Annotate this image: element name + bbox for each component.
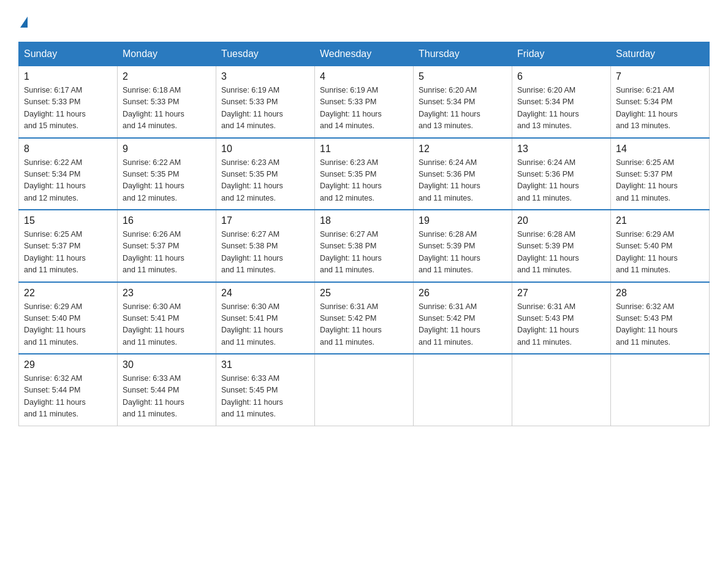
day-number: 24 (221, 288, 309, 299)
calendar-header-sunday: Sunday (19, 42, 118, 66)
day-info: Sunrise: 6:32 AMSunset: 5:44 PMDaylight:… (24, 374, 86, 418)
day-info: Sunrise: 6:23 AMSunset: 5:35 PMDaylight:… (320, 158, 382, 202)
day-number: 22 (24, 288, 112, 299)
calendar-cell: 29 Sunrise: 6:32 AMSunset: 5:44 PMDaylig… (19, 354, 118, 426)
calendar-cell: 27 Sunrise: 6:31 AMSunset: 5:43 PMDaylig… (512, 282, 611, 354)
day-info: Sunrise: 6:18 AMSunset: 5:33 PMDaylight:… (123, 86, 184, 130)
calendar-cell: 3 Sunrise: 6:19 AMSunset: 5:33 PMDayligh… (216, 66, 315, 138)
day-info: Sunrise: 6:22 AMSunset: 5:35 PMDaylight:… (123, 158, 184, 202)
calendar-cell: 7 Sunrise: 6:21 AMSunset: 5:34 PMDayligh… (611, 66, 710, 138)
day-number: 17 (221, 215, 309, 226)
calendar-cell: 31 Sunrise: 6:33 AMSunset: 5:45 PMDaylig… (216, 354, 315, 426)
calendar-cell: 26 Sunrise: 6:31 AMSunset: 5:42 PMDaylig… (414, 282, 512, 354)
day-info: Sunrise: 6:24 AMSunset: 5:36 PMDaylight:… (517, 158, 579, 202)
day-info: Sunrise: 6:27 AMSunset: 5:38 PMDaylight:… (221, 230, 283, 274)
day-info: Sunrise: 6:30 AMSunset: 5:41 PMDaylight:… (221, 302, 283, 347)
calendar-cell: 8 Sunrise: 6:22 AMSunset: 5:34 PMDayligh… (19, 138, 118, 210)
calendar-cell: 12 Sunrise: 6:24 AMSunset: 5:36 PMDaylig… (414, 138, 512, 210)
calendar-cell: 15 Sunrise: 6:25 AMSunset: 5:37 PMDaylig… (19, 210, 118, 282)
day-number: 4 (320, 71, 408, 82)
day-info: Sunrise: 6:20 AMSunset: 5:34 PMDaylight:… (419, 86, 480, 130)
day-number: 5 (419, 71, 507, 82)
calendar-cell: 4 Sunrise: 6:19 AMSunset: 5:33 PMDayligh… (315, 66, 414, 138)
day-number: 29 (24, 359, 112, 370)
day-info: Sunrise: 6:21 AMSunset: 5:34 PMDaylight:… (616, 86, 678, 130)
day-number: 11 (320, 144, 408, 155)
day-number: 25 (320, 288, 408, 299)
day-number: 28 (616, 288, 704, 299)
calendar-cell: 13 Sunrise: 6:24 AMSunset: 5:36 PMDaylig… (512, 138, 611, 210)
day-number: 16 (123, 215, 211, 226)
day-info: Sunrise: 6:28 AMSunset: 5:39 PMDaylight:… (419, 230, 480, 274)
day-info: Sunrise: 6:33 AMSunset: 5:45 PMDaylight:… (221, 374, 283, 418)
day-number: 9 (123, 144, 211, 155)
calendar-header-friday: Friday (512, 42, 611, 66)
calendar-cell: 2 Sunrise: 6:18 AMSunset: 5:33 PMDayligh… (118, 66, 216, 138)
calendar-header-wednesday: Wednesday (315, 42, 414, 66)
calendar-cell: 14 Sunrise: 6:25 AMSunset: 5:37 PMDaylig… (611, 138, 710, 210)
day-number: 26 (419, 288, 507, 299)
day-number: 27 (517, 288, 605, 299)
day-number: 13 (517, 144, 605, 155)
day-info: Sunrise: 6:31 AMSunset: 5:43 PMDaylight:… (517, 302, 579, 347)
calendar-cell: 5 Sunrise: 6:20 AMSunset: 5:34 PMDayligh… (414, 66, 512, 138)
calendar-header-monday: Monday (118, 42, 216, 66)
day-info: Sunrise: 6:27 AMSunset: 5:38 PMDaylight:… (320, 230, 382, 274)
calendar-table: SundayMondayTuesdayWednesdayThursdayFrid… (18, 42, 710, 426)
day-number: 8 (24, 144, 112, 155)
day-number: 15 (24, 215, 112, 226)
calendar-cell (414, 354, 512, 426)
day-number: 23 (123, 288, 211, 299)
day-info: Sunrise: 6:24 AMSunset: 5:36 PMDaylight:… (419, 158, 480, 202)
calendar-week-row: 1 Sunrise: 6:17 AMSunset: 5:33 PMDayligh… (19, 66, 710, 138)
calendar-cell: 6 Sunrise: 6:20 AMSunset: 5:34 PMDayligh… (512, 66, 611, 138)
calendar-cell: 19 Sunrise: 6:28 AMSunset: 5:39 PMDaylig… (414, 210, 512, 282)
calendar-cell (512, 354, 611, 426)
day-number: 1 (24, 71, 112, 82)
calendar-cell: 1 Sunrise: 6:17 AMSunset: 5:33 PMDayligh… (19, 66, 118, 138)
day-number: 19 (419, 215, 507, 226)
calendar-header-tuesday: Tuesday (216, 42, 315, 66)
day-info: Sunrise: 6:33 AMSunset: 5:44 PMDaylight:… (123, 374, 184, 418)
logo-triangle-icon (20, 17, 28, 28)
calendar-cell (611, 354, 710, 426)
calendar-header-thursday: Thursday (414, 42, 512, 66)
day-number: 7 (616, 71, 704, 82)
day-info: Sunrise: 6:30 AMSunset: 5:41 PMDaylight:… (123, 302, 184, 347)
day-info: Sunrise: 6:29 AMSunset: 5:40 PMDaylight:… (24, 302, 86, 347)
day-number: 31 (221, 359, 309, 370)
calendar-cell: 9 Sunrise: 6:22 AMSunset: 5:35 PMDayligh… (118, 138, 216, 210)
day-number: 6 (517, 71, 605, 82)
day-info: Sunrise: 6:32 AMSunset: 5:43 PMDaylight:… (616, 302, 678, 347)
day-number: 30 (123, 359, 211, 370)
day-info: Sunrise: 6:31 AMSunset: 5:42 PMDaylight:… (419, 302, 480, 347)
calendar-header-saturday: Saturday (611, 42, 710, 66)
calendar-cell: 28 Sunrise: 6:32 AMSunset: 5:43 PMDaylig… (611, 282, 710, 354)
day-number: 12 (419, 144, 507, 155)
day-info: Sunrise: 6:20 AMSunset: 5:34 PMDaylight:… (517, 86, 579, 130)
calendar-cell: 16 Sunrise: 6:26 AMSunset: 5:37 PMDaylig… (118, 210, 216, 282)
day-info: Sunrise: 6:19 AMSunset: 5:33 PMDaylight:… (221, 86, 283, 130)
calendar-header-row: SundayMondayTuesdayWednesdayThursdayFrid… (19, 42, 710, 66)
calendar-cell: 30 Sunrise: 6:33 AMSunset: 5:44 PMDaylig… (118, 354, 216, 426)
calendar-week-row: 15 Sunrise: 6:25 AMSunset: 5:37 PMDaylig… (19, 210, 710, 282)
logo (18, 18, 28, 29)
calendar-cell: 10 Sunrise: 6:23 AMSunset: 5:35 PMDaylig… (216, 138, 315, 210)
day-number: 21 (616, 215, 704, 226)
calendar-cell: 22 Sunrise: 6:29 AMSunset: 5:40 PMDaylig… (19, 282, 118, 354)
day-info: Sunrise: 6:17 AMSunset: 5:33 PMDaylight:… (24, 86, 86, 130)
day-number: 20 (517, 215, 605, 226)
calendar-cell: 20 Sunrise: 6:28 AMSunset: 5:39 PMDaylig… (512, 210, 611, 282)
calendar-cell: 23 Sunrise: 6:30 AMSunset: 5:41 PMDaylig… (118, 282, 216, 354)
day-info: Sunrise: 6:31 AMSunset: 5:42 PMDaylight:… (320, 302, 382, 347)
page-header (18, 18, 710, 29)
calendar-cell: 17 Sunrise: 6:27 AMSunset: 5:38 PMDaylig… (216, 210, 315, 282)
day-info: Sunrise: 6:22 AMSunset: 5:34 PMDaylight:… (24, 158, 86, 202)
day-info: Sunrise: 6:29 AMSunset: 5:40 PMDaylight:… (616, 230, 678, 274)
calendar-cell: 25 Sunrise: 6:31 AMSunset: 5:42 PMDaylig… (315, 282, 414, 354)
day-info: Sunrise: 6:25 AMSunset: 5:37 PMDaylight:… (24, 230, 86, 274)
day-info: Sunrise: 6:28 AMSunset: 5:39 PMDaylight:… (517, 230, 579, 274)
day-info: Sunrise: 6:25 AMSunset: 5:37 PMDaylight:… (616, 158, 678, 202)
calendar-cell: 11 Sunrise: 6:23 AMSunset: 5:35 PMDaylig… (315, 138, 414, 210)
day-info: Sunrise: 6:19 AMSunset: 5:33 PMDaylight:… (320, 86, 382, 130)
